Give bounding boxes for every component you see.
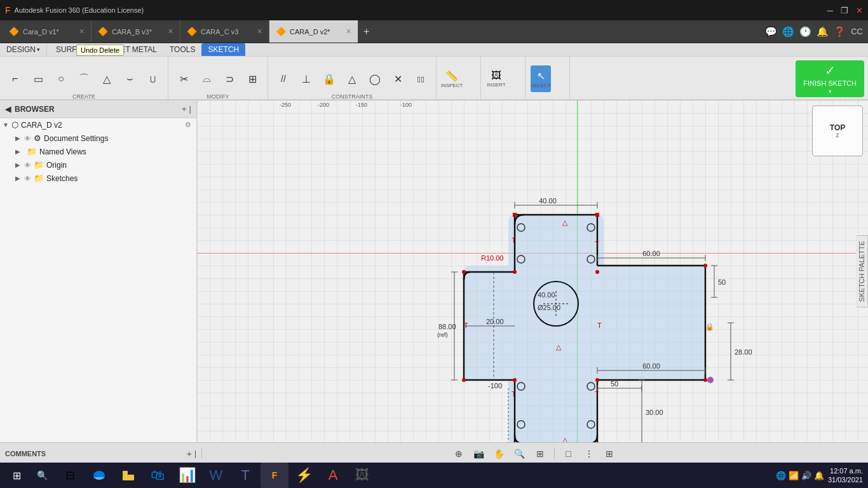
svg-point-87: [513, 213, 517, 217]
tab-cara-d-v1[interactable]: 🔶 Cara_D v1* ✕: [3, 20, 92, 43]
maximize-button[interactable]: ❐: [841, 6, 848, 15]
pan-tool[interactable]: ✋: [491, 445, 508, 462]
folder-icon: 📁: [34, 160, 44, 170]
explorer-app[interactable]: [114, 463, 142, 488]
tab-bar: 🔶 Cara_D v1* ✕ 🔶 CARA_B v3* ✕ 🔶 CARA_C v…: [0, 20, 868, 43]
svg-text:60.00: 60.00: [642, 250, 660, 257]
comments-panel-btn[interactable]: |: [194, 449, 196, 458]
tree-item-named-views[interactable]: ▶ 📁 Named Views: [0, 145, 196, 158]
acrobat-app[interactable]: A: [319, 463, 347, 488]
new-tab-button[interactable]: +: [358, 20, 374, 43]
fillet-tool[interactable]: ⌓: [196, 65, 217, 92]
close-button[interactable]: ✕: [856, 6, 863, 15]
constraint-rect[interactable]: ▯▯: [410, 65, 431, 92]
minimize-button[interactable]: ─: [827, 6, 833, 15]
help-icon[interactable]: ❓: [834, 26, 846, 37]
tab-close[interactable]: ✕: [168, 27, 173, 36]
arc-tool[interactable]: ⌒: [74, 65, 94, 92]
sketch-canvas[interactable]: R10.00: [197, 100, 868, 442]
tree-root-item[interactable]: ▼ ⬡ CARA_D v2 ⚙: [0, 118, 196, 132]
constraint-parallel[interactable]: //: [273, 65, 294, 92]
fusion-app[interactable]: F: [261, 463, 288, 488]
tree-item-origin[interactable]: ▶ 👁 📁 Origin: [0, 158, 196, 172]
edge-app[interactable]: [85, 463, 113, 488]
tab-close[interactable]: ✕: [346, 27, 351, 36]
comment-icon[interactable]: 💬: [765, 26, 777, 37]
insert-tool[interactable]: 🖼 INSERT: [486, 65, 506, 92]
excel-app[interactable]: 📊: [173, 463, 201, 488]
mirror-tool[interactable]: ⊞: [242, 65, 262, 92]
svg-text:T: T: [597, 322, 602, 329]
menu-sketch[interactable]: SKETCH: [201, 43, 245, 56]
finish-sketch-container: ✓ FINISH SKETCH ▾: [792, 57, 868, 101]
taskbar: ⊞ 🔍 ⊟ 🛍 📊 W T F ⚡ A 🖼 🌐 📶 🔊 🔔 12:07 a.m.: [0, 463, 868, 488]
user-icon[interactable]: CC: [851, 27, 863, 36]
browser-title: ◀ BROWSER: [5, 105, 55, 114]
tab-cara-b-v3[interactable]: 🔶 CARA_B v3* ✕: [92, 20, 180, 43]
move-tool[interactable]: ⊕: [450, 445, 468, 462]
item-settings-icon[interactable]: ⚙: [185, 121, 191, 129]
tree-item-doc-settings[interactable]: ▶ 👁 ⚙ Document Settings: [0, 132, 196, 145]
display-tool[interactable]: □: [560, 445, 578, 462]
camera-tool[interactable]: 📷: [470, 445, 488, 462]
bell-icon[interactable]: 🔔: [817, 26, 829, 37]
constraint-circle[interactable]: ◯: [365, 65, 385, 92]
line-tool[interactable]: ⌐: [5, 65, 25, 92]
component-icon: ⬡: [11, 120, 18, 130]
inspect-tool[interactable]: 📏 INSPECT: [442, 65, 462, 92]
view-cube[interactable]: TOP Z: [812, 105, 863, 156]
notification-icon[interactable]: 🔔: [814, 471, 824, 480]
vis-icon: 👁: [24, 135, 31, 142]
tree-item-sketches[interactable]: ▶ 👁 📁 Sketches: [0, 172, 196, 185]
finish-sketch-button[interactable]: ✓ FINISH SKETCH ▾: [796, 60, 864, 97]
taskbar-clock[interactable]: 12:07 a.m. 31/03/2021: [828, 466, 863, 485]
menu-strip: DESIGN ▾ SURFACE SHEET METAL TOOLS SKETC…: [0, 43, 868, 57]
grid-tool[interactable]: ⋮: [580, 445, 598, 462]
tab-icon: 🔶: [9, 27, 19, 36]
browser-add-btn[interactable]: +: [182, 104, 187, 114]
search-button[interactable]: 🔍: [31, 464, 53, 487]
expand-arrow: ▶: [15, 135, 24, 142]
sketch-palette-tab[interactable]: SKETCH PALETTE: [856, 235, 868, 308]
spline-tool[interactable]: ⌣: [119, 65, 140, 92]
zoom-tool[interactable]: 🔍: [511, 445, 529, 462]
start-button[interactable]: ⊞: [3, 463, 31, 488]
browser-controls[interactable]: + |: [182, 104, 191, 114]
constraint-cross[interactable]: ✕: [388, 65, 408, 92]
browser-pin-btn[interactable]: |: [189, 104, 191, 114]
select-tool[interactable]: ↖ SELECT: [531, 65, 551, 92]
canvas-area[interactable]: -250 -200 -150 -100 R10.00: [197, 100, 868, 442]
photos-app[interactable]: 🖼: [348, 463, 376, 488]
canvas-tools-bottom: ⊕ 📷 ✋ 🔍 ⊞ □ ⋮ ⊞: [205, 445, 863, 462]
app-red[interactable]: ⚡: [290, 463, 318, 488]
constraint-perp[interactable]: ⊥: [296, 65, 316, 92]
teams-app[interactable]: T: [231, 463, 259, 488]
offset-tool[interactable]: ⊃: [219, 65, 240, 92]
svg-text:-100: -100: [488, 382, 502, 390]
insert-group: 🖼 INSERT: [481, 57, 526, 101]
tab-close[interactable]: ✕: [79, 27, 85, 36]
design-menu[interactable]: DESIGN ▾: [3, 44, 44, 55]
svg-text:T: T: [512, 390, 516, 398]
conic-tool[interactable]: ⋃: [142, 65, 163, 92]
tab-close[interactable]: ✕: [257, 27, 262, 36]
svg-point-92: [462, 270, 466, 274]
window-controls[interactable]: ─ ❐ ✕: [827, 6, 863, 15]
circle-tool[interactable]: ○: [51, 65, 71, 92]
comments-add-btn[interactable]: +: [187, 449, 192, 459]
rectangle-tool[interactable]: ▭: [28, 65, 48, 92]
menu-tools[interactable]: TOOLS: [163, 43, 201, 56]
trim-tool[interactable]: ✂: [173, 65, 194, 92]
store-app[interactable]: 🛍: [144, 463, 172, 488]
zoom-window-tool[interactable]: ⊞: [531, 445, 549, 462]
comments-label: COMMENTS: [5, 450, 46, 458]
task-view-app[interactable]: ⊟: [56, 463, 84, 488]
constraint-triangle[interactable]: △: [342, 65, 362, 92]
tab-cara-c-v3[interactable]: 🔶 CARA_C v3 ✕: [180, 20, 269, 43]
word-app[interactable]: W: [202, 463, 230, 488]
constraint-lock[interactable]: 🔒: [319, 65, 339, 92]
tab-cara-d-v2[interactable]: 🔶 CARA_D v2* ✕: [269, 20, 358, 43]
polygon-tool[interactable]: △: [97, 65, 117, 92]
svg-text:Ø25.00: Ø25.00: [538, 304, 560, 311]
more-display-tool[interactable]: ⊞: [600, 445, 618, 462]
